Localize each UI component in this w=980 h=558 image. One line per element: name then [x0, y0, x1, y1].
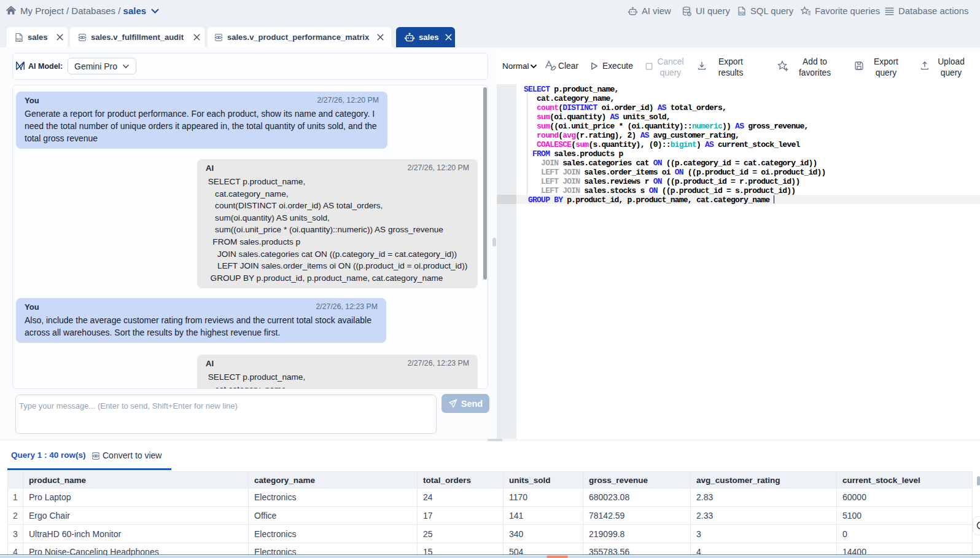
- svg-text:SQL: SQL: [739, 11, 746, 15]
- svg-text:SQL: SQL: [16, 37, 23, 41]
